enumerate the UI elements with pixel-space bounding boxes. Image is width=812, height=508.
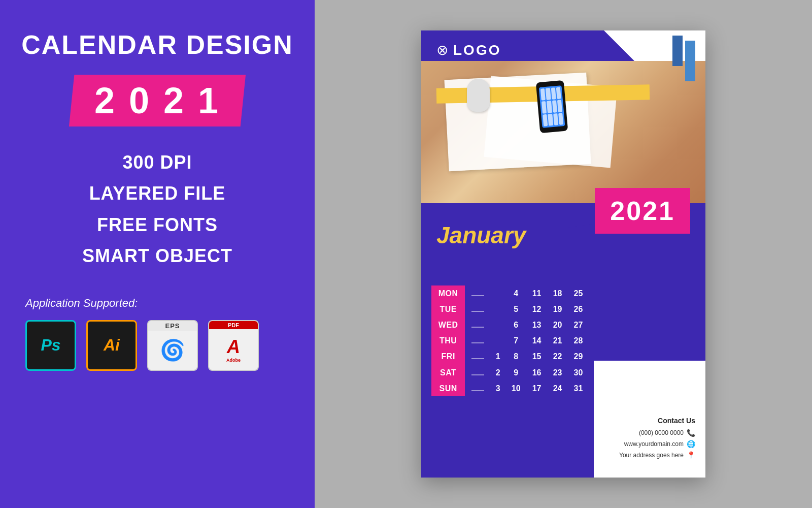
calendar-row: FRI18152229: [431, 348, 589, 364]
app-dot-11: [553, 113, 558, 125]
contact-title: Contact Us: [594, 417, 695, 425]
app-dot-5: [542, 101, 547, 113]
date-cell: 19: [547, 301, 568, 317]
date-cell: 28: [568, 333, 589, 348]
date-cell: 2: [490, 365, 505, 380]
date-cell: 31: [568, 380, 589, 396]
date-cell: [490, 317, 505, 333]
date-cell: 22: [547, 348, 568, 364]
date-cell: 11: [526, 285, 547, 301]
contact-address: Your address goes here: [619, 452, 684, 459]
app-icons-container: Ps Ai EPS 🌀 PDF A Adobe: [25, 320, 259, 371]
app-dot-2: [546, 88, 551, 100]
calendar-grid: MON4111825TUE5121926WED6132027THU7142128…: [431, 285, 589, 396]
contact-section: Contact Us (000) 0000 0000 📞 www.yourdom…: [594, 417, 695, 462]
date-cell: [465, 380, 490, 396]
date-cell: 29: [568, 348, 589, 364]
eps-icon-body: 🌀: [160, 331, 185, 370]
date-cell: 26: [568, 301, 589, 317]
date-cell: 20: [547, 317, 568, 333]
date-cell: [465, 365, 490, 380]
app-dot-7: [552, 101, 557, 113]
date-cell: 18: [547, 285, 568, 301]
mouse-mock: [467, 79, 490, 112]
date-cell: 5: [505, 301, 526, 317]
app-dot-1: [540, 88, 546, 101]
phone-screen: [539, 85, 565, 128]
date-cell: 6: [505, 317, 526, 333]
calendar-row: MON4111825: [431, 285, 589, 301]
date-cell: [465, 333, 490, 348]
features-list: 300 DPI LAYERED FILE FREE FONTS SMART OB…: [82, 147, 232, 271]
app-icon-ai: Ai: [86, 320, 137, 371]
app-supported-label: Application Supported:: [25, 297, 138, 310]
app-dot-6: [547, 101, 552, 113]
calendar-row: SAT29162330: [431, 365, 589, 380]
date-cell: 1: [490, 348, 505, 364]
app-dot-3: [551, 87, 556, 100]
day-label-cell: MON: [431, 285, 465, 301]
date-cell: 13: [526, 317, 547, 333]
date-cell: 12: [526, 301, 547, 317]
date-cell: 30: [568, 365, 589, 380]
date-cell: 10: [505, 380, 526, 396]
app-icon-pdf: PDF A Adobe: [208, 320, 259, 371]
date-cell: [465, 285, 490, 301]
app-dot-4: [556, 87, 561, 99]
date-cell: 4: [505, 285, 526, 301]
blue-accent-1: [685, 41, 695, 81]
date-cell: [465, 317, 490, 333]
date-cell: 23: [547, 365, 568, 380]
logo-text: LOGO: [453, 42, 501, 58]
contact-phone: (000) 0000 0000: [639, 429, 684, 436]
app-dot-10: [548, 114, 553, 126]
day-label-cell: SUN: [431, 380, 465, 396]
globe-icon: 🌐: [687, 440, 695, 448]
calendar-row: SUN310172431: [431, 380, 589, 396]
app-dot-8: [557, 100, 562, 112]
logo-area: ⊗ LOGO: [436, 42, 501, 58]
app-icon-eps: EPS 🌀: [147, 320, 198, 371]
contact-website-item: www.yourdomain.com 🌐: [594, 440, 695, 448]
contact-phone-item: (000) 0000 0000 📞: [594, 429, 695, 437]
date-cell: [465, 301, 490, 317]
month-label: January: [436, 221, 526, 249]
card-year-badge: 2021: [595, 188, 690, 234]
date-cell: [490, 285, 505, 301]
app-icon-ps: Ps: [25, 320, 76, 371]
feature-item-3: FREE FONTS: [82, 209, 232, 240]
date-cell: 27: [568, 317, 589, 333]
date-cell: 17: [526, 380, 547, 396]
feature-item-2: LAYERED FILE: [82, 178, 232, 209]
date-cell: 21: [547, 333, 568, 348]
date-cell: 15: [526, 348, 547, 364]
main-title: CALENDAR DESIGN: [21, 30, 293, 59]
date-cell: 8: [505, 348, 526, 364]
pdf-adobe-label: Adobe: [226, 358, 241, 363]
pdf-a-icon: A: [227, 336, 240, 358]
app-dot-9: [543, 114, 548, 126]
day-label-cell: SAT: [431, 365, 465, 380]
phone-mock: [536, 80, 568, 133]
day-label-cell: TUE: [431, 301, 465, 317]
right-panel: ⊗ LOGO: [315, 0, 812, 508]
calendar-card: ⊗ LOGO: [421, 30, 705, 478]
date-cell: [465, 348, 490, 364]
eps-label: EPS: [148, 321, 197, 331]
date-cell: [490, 333, 505, 348]
day-label-cell: FRI: [431, 348, 465, 364]
date-cell: 9: [505, 365, 526, 380]
date-cell: 14: [526, 333, 547, 348]
desk-image-mock: [421, 61, 705, 203]
feature-item-1: 300 DPI: [82, 147, 232, 178]
date-cell: 25: [568, 285, 589, 301]
day-label-cell: WED: [431, 317, 465, 333]
pin-icon: 📍: [687, 451, 695, 459]
pdf-label: PDF: [209, 321, 258, 329]
date-cell: 16: [526, 365, 547, 380]
contact-address-item: Your address goes here 📍: [594, 451, 695, 459]
day-label-cell: THU: [431, 333, 465, 348]
eps-spiral-icon: 🌀: [160, 338, 185, 362]
left-panel: CALENDAR DESIGN 2 0 2 1 300 DPI LAYERED …: [0, 0, 315, 508]
app-dot-12: [558, 113, 563, 125]
